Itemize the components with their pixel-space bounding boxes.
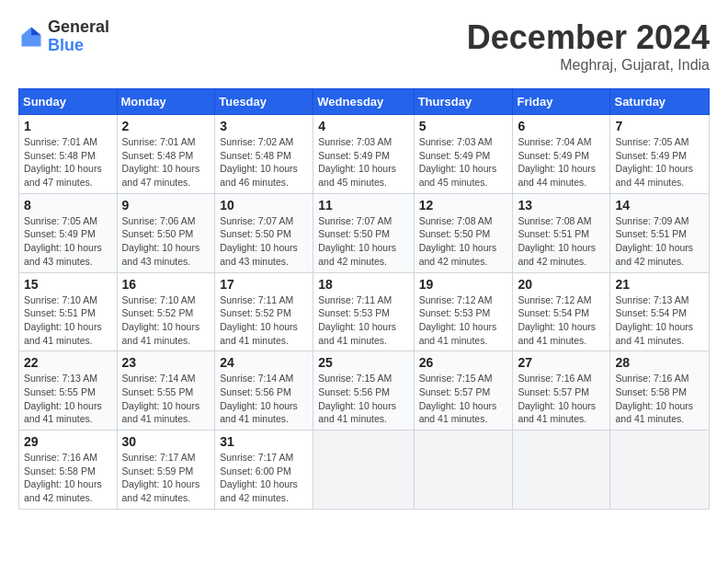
day-number: 26 [419,355,508,370]
calendar-week-row: 15 Sunrise: 7:10 AM Sunset: 5:51 PM Dayl… [19,272,710,351]
location: Meghraj, Gujarat, India [467,57,710,74]
day-number: 15 [24,277,112,292]
day-info: Sunrise: 7:04 AM Sunset: 5:49 PM Dayligh… [518,135,605,190]
calendar-cell: 20 Sunrise: 7:12 AM Sunset: 5:54 PM Dayl… [513,272,610,351]
day-number: 18 [318,277,408,292]
calendar-cell: 22 Sunrise: 7:13 AM Sunset: 5:55 PM Dayl… [19,351,118,431]
calendar-cell: 3 Sunrise: 7:02 AM Sunset: 5:48 PM Dayli… [215,115,313,194]
day-header-monday: Monday [117,89,215,115]
calendar-cell [414,431,513,510]
calendar-cell: 18 Sunrise: 7:11 AM Sunset: 5:53 PM Dayl… [313,272,414,351]
day-header-wednesday: Wednesday [313,89,414,115]
day-number: 30 [122,434,210,449]
calendar-cell: 29 Sunrise: 7:16 AM Sunset: 5:58 PM Dayl… [19,431,118,510]
day-info: Sunrise: 7:10 AM Sunset: 5:51 PM Dayligh… [24,293,112,348]
day-info: Sunrise: 7:03 AM Sunset: 5:49 PM Dayligh… [318,135,408,190]
day-info: Sunrise: 7:08 AM Sunset: 5:51 PM Dayligh… [518,214,605,269]
logo-icon [18,24,44,50]
day-info: Sunrise: 7:16 AM Sunset: 5:58 PM Dayligh… [615,372,704,426]
calendar-cell: 17 Sunrise: 7:11 AM Sunset: 5:52 PM Dayl… [215,272,313,351]
day-header-friday: Friday [513,89,610,115]
day-info: Sunrise: 7:11 AM Sunset: 5:53 PM Dayligh… [318,293,408,348]
month-title: December 2024 [467,18,710,57]
day-number: 25 [318,355,408,370]
day-info: Sunrise: 7:16 AM Sunset: 5:58 PM Dayligh… [24,451,112,505]
logo-blue: Blue [48,37,109,55]
day-number: 17 [220,277,308,292]
day-number: 2 [122,119,210,133]
page-header: General Blue December 2024 Meghraj, Guja… [18,18,710,74]
day-number: 28 [615,355,704,370]
day-number: 29 [24,434,112,449]
day-info: Sunrise: 7:13 AM Sunset: 5:55 PM Dayligh… [24,372,112,426]
day-info: Sunrise: 7:07 AM Sunset: 5:50 PM Dayligh… [318,214,408,269]
day-info: Sunrise: 7:11 AM Sunset: 5:52 PM Dayligh… [220,293,308,348]
calendar-cell: 25 Sunrise: 7:15 AM Sunset: 5:56 PM Dayl… [313,351,414,431]
day-info: Sunrise: 7:14 AM Sunset: 5:55 PM Dayligh… [122,372,210,426]
day-header-thursday: Thursday [414,89,513,115]
day-number: 16 [122,277,210,292]
calendar-cell: 11 Sunrise: 7:07 AM Sunset: 5:50 PM Dayl… [313,193,414,272]
day-info: Sunrise: 7:03 AM Sunset: 5:49 PM Dayligh… [419,135,508,190]
calendar-cell [610,431,710,510]
day-info: Sunrise: 7:09 AM Sunset: 5:51 PM Dayligh… [615,214,704,269]
calendar-cell: 23 Sunrise: 7:14 AM Sunset: 5:55 PM Dayl… [117,351,215,431]
day-info: Sunrise: 7:17 AM Sunset: 5:59 PM Dayligh… [122,451,210,505]
day-info: Sunrise: 7:01 AM Sunset: 5:48 PM Dayligh… [122,135,210,190]
logo-text: General Blue [48,18,109,55]
day-info: Sunrise: 7:06 AM Sunset: 5:50 PM Dayligh… [122,214,210,269]
day-number: 7 [615,119,704,133]
day-number: 12 [419,198,508,213]
day-number: 3 [220,119,308,133]
calendar-cell: 7 Sunrise: 7:05 AM Sunset: 5:49 PM Dayli… [610,115,710,194]
day-number: 1 [24,119,112,133]
calendar-cell: 28 Sunrise: 7:16 AM Sunset: 5:58 PM Dayl… [610,351,710,431]
day-number: 5 [419,119,508,133]
day-info: Sunrise: 7:07 AM Sunset: 5:50 PM Dayligh… [220,214,308,269]
logo-general: General [48,18,109,37]
day-number: 6 [518,119,605,133]
day-info: Sunrise: 7:02 AM Sunset: 5:48 PM Dayligh… [220,135,308,190]
day-info: Sunrise: 7:12 AM Sunset: 5:53 PM Dayligh… [419,293,508,348]
calendar-cell: 8 Sunrise: 7:05 AM Sunset: 5:49 PM Dayli… [19,193,118,272]
calendar-cell: 4 Sunrise: 7:03 AM Sunset: 5:49 PM Dayli… [313,115,414,194]
day-number: 24 [220,355,308,370]
calendar-week-row: 1 Sunrise: 7:01 AM Sunset: 5:48 PM Dayli… [19,115,710,194]
day-info: Sunrise: 7:12 AM Sunset: 5:54 PM Dayligh… [518,293,605,348]
day-number: 9 [122,198,210,213]
day-number: 23 [122,355,210,370]
calendar-week-row: 29 Sunrise: 7:16 AM Sunset: 5:58 PM Dayl… [19,431,710,510]
calendar-cell: 15 Sunrise: 7:10 AM Sunset: 5:51 PM Dayl… [19,272,118,351]
day-info: Sunrise: 7:05 AM Sunset: 5:49 PM Dayligh… [24,214,112,269]
day-number: 19 [419,277,508,292]
day-info: Sunrise: 7:17 AM Sunset: 6:00 PM Dayligh… [220,451,308,505]
calendar-cell: 26 Sunrise: 7:15 AM Sunset: 5:57 PM Dayl… [414,351,513,431]
calendar-cell: 6 Sunrise: 7:04 AM Sunset: 5:49 PM Dayli… [513,115,610,194]
calendar-cell: 19 Sunrise: 7:12 AM Sunset: 5:53 PM Dayl… [414,272,513,351]
day-header-tuesday: Tuesday [215,89,313,115]
calendar-cell: 27 Sunrise: 7:16 AM Sunset: 5:57 PM Dayl… [513,351,610,431]
day-info: Sunrise: 7:05 AM Sunset: 5:49 PM Dayligh… [615,135,704,190]
calendar-cell [313,431,414,510]
calendar-cell: 2 Sunrise: 7:01 AM Sunset: 5:48 PM Dayli… [117,115,215,194]
day-number: 14 [615,198,704,213]
day-number: 31 [220,434,308,449]
calendar-cell: 14 Sunrise: 7:09 AM Sunset: 5:51 PM Dayl… [610,193,710,272]
day-number: 22 [24,355,112,370]
calendar-cell: 5 Sunrise: 7:03 AM Sunset: 5:49 PM Dayli… [414,115,513,194]
day-number: 13 [518,198,605,213]
day-header-sunday: Sunday [19,89,118,115]
day-info: Sunrise: 7:10 AM Sunset: 5:52 PM Dayligh… [122,293,210,348]
day-header-saturday: Saturday [610,89,710,115]
calendar-cell: 10 Sunrise: 7:07 AM Sunset: 5:50 PM Dayl… [215,193,313,272]
day-number: 11 [318,198,408,213]
calendar-cell: 21 Sunrise: 7:13 AM Sunset: 5:54 PM Dayl… [610,272,710,351]
calendar-cell: 24 Sunrise: 7:14 AM Sunset: 5:56 PM Dayl… [215,351,313,431]
calendar-header-row: SundayMondayTuesdayWednesdayThursdayFrid… [19,89,710,115]
day-info: Sunrise: 7:14 AM Sunset: 5:56 PM Dayligh… [220,372,308,426]
title-section: December 2024 Meghraj, Gujarat, India [467,18,710,74]
calendar-cell: 13 Sunrise: 7:08 AM Sunset: 5:51 PM Dayl… [513,193,610,272]
day-number: 8 [24,198,112,213]
logo: General Blue [18,18,109,55]
svg-marker-1 [31,27,41,35]
